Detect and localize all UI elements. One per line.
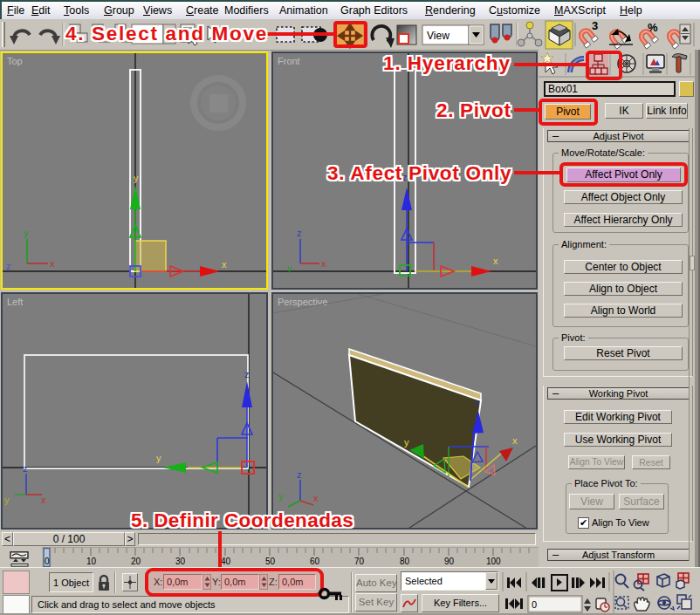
svg-text:z: z: [23, 463, 28, 474]
svg-text:z: z: [297, 469, 302, 480]
svg-text:50: 50: [265, 557, 276, 566]
svg-text:40: 40: [221, 557, 231, 566]
svg-text:90: 90: [444, 557, 455, 566]
svg-text:3: 3: [592, 19, 598, 32]
svg-text:y: y: [156, 453, 161, 463]
svg-text:70: 70: [354, 557, 365, 566]
svg-text:z: z: [475, 397, 480, 407]
svg-text:10: 10: [86, 557, 97, 566]
svg-text:y: y: [278, 491, 284, 502]
svg-text:y: y: [287, 263, 292, 273]
svg-text:60: 60: [310, 557, 320, 566]
svg-text:x: x: [512, 435, 518, 446]
svg-text:y: y: [134, 173, 139, 183]
svg-text:y: y: [4, 495, 10, 505]
svg-text:x: x: [222, 259, 227, 270]
svg-text:y: y: [24, 228, 29, 238]
svg-text:z: z: [244, 369, 250, 379]
svg-text:x: x: [50, 258, 55, 269]
svg-text:20: 20: [131, 557, 141, 566]
svg-text:z: z: [297, 228, 302, 238]
svg-text:x: x: [313, 493, 319, 503]
svg-text:80: 80: [400, 557, 410, 566]
svg-text:0: 0: [45, 557, 50, 566]
svg-text:0: 0: [532, 599, 537, 610]
svg-text:x: x: [41, 495, 46, 505]
svg-text:z: z: [6, 261, 11, 271]
svg-text:y: y: [404, 437, 409, 448]
svg-text:%: %: [648, 21, 658, 34]
svg-text:View: View: [427, 30, 450, 42]
svg-text:30: 30: [175, 557, 186, 566]
svg-text:100: 100: [486, 557, 501, 566]
svg-text:x: x: [321, 258, 326, 269]
svg-text:x: x: [493, 256, 498, 266]
